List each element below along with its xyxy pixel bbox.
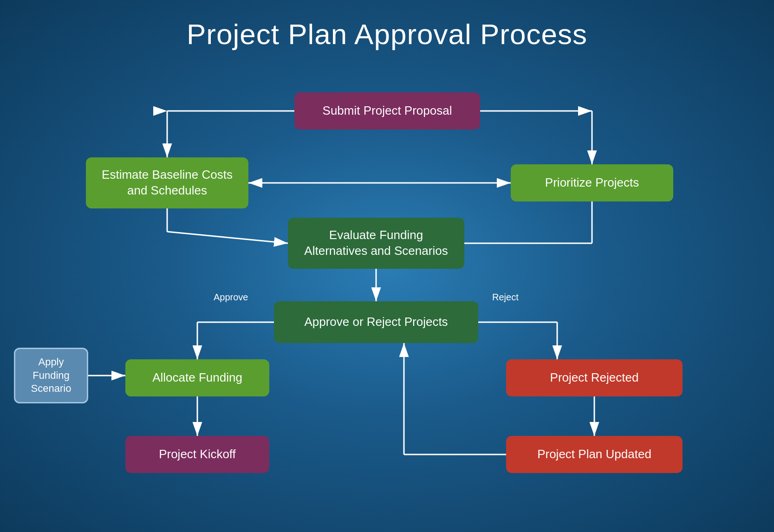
svg-line-8 xyxy=(167,232,288,243)
node-evaluate-funding: Evaluate Funding Alternatives and Scenar… xyxy=(288,218,464,269)
diagram: Approve Reject Submit Project Proposal E… xyxy=(0,65,774,506)
node-project-plan-updated: Project Plan Updated xyxy=(506,436,683,473)
node-project-rejected: Project Rejected xyxy=(506,359,683,396)
node-prioritize-projects: Prioritize Projects xyxy=(511,164,673,201)
node-apply-funding-scenario: Apply Funding Scenario xyxy=(14,348,88,403)
approve-label: Approve xyxy=(214,292,248,303)
node-approve-reject-projects: Approve or Reject Projects xyxy=(274,301,478,343)
node-submit-proposal: Submit Project Proposal xyxy=(294,92,480,130)
reject-label: Reject xyxy=(492,292,519,303)
node-estimate-baseline: Estimate Baseline Costs and Schedules xyxy=(86,157,248,208)
node-project-kickoff: Project Kickoff xyxy=(125,436,269,473)
node-allocate-funding: Allocate Funding xyxy=(125,359,269,396)
page-title: Project Plan Approval Process xyxy=(0,0,774,65)
